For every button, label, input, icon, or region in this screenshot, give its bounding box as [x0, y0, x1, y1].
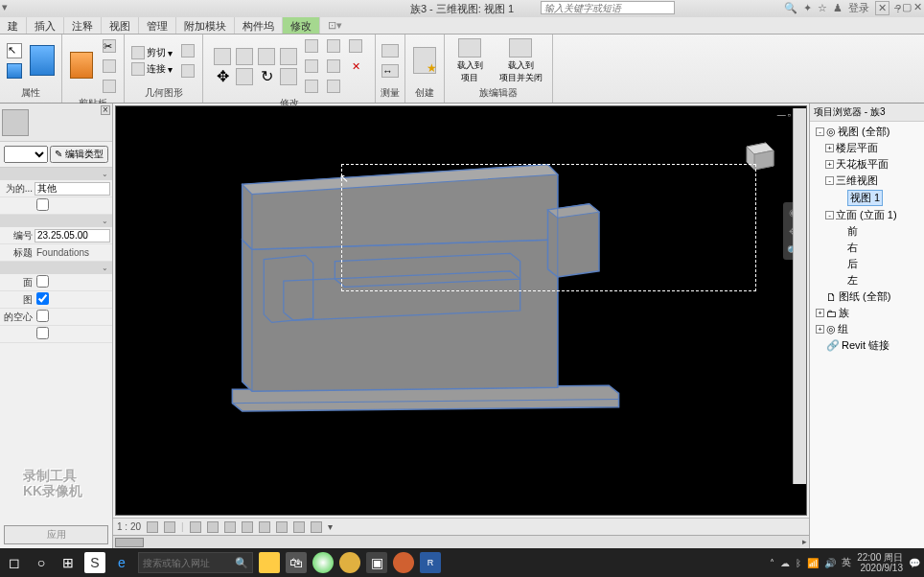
cope-button[interactable] [177, 41, 198, 60]
sun-path-icon[interactable] [190, 521, 201, 533]
app-icon-3[interactable]: ▣ [366, 552, 387, 573]
copy-mod-button[interactable] [234, 67, 255, 86]
cut-geometry-button[interactable]: 剪切▾ [128, 45, 175, 60]
mirror-draw-button[interactable] [278, 47, 299, 66]
tree-revit-links[interactable]: 🔗Revit 链接 [812, 337, 922, 354]
tab-modify[interactable]: 修改 [283, 17, 320, 34]
properties-icon[interactable] [4, 61, 25, 81]
start-button[interactable]: ◻ [4, 552, 25, 573]
move-button[interactable]: ✥ [212, 67, 233, 86]
prop-input-number[interactable] [35, 229, 110, 242]
dimension-button[interactable]: ↔ [380, 61, 401, 81]
lock-3d-icon[interactable] [259, 521, 270, 533]
app-icon-1[interactable]: S [84, 552, 105, 573]
favorite-icon[interactable]: ☆ [818, 2, 827, 14]
mirror-axis-button[interactable] [256, 47, 277, 66]
properties-close-button[interactable]: × [101, 105, 110, 115]
exchange-icon[interactable]: ✕ [875, 1, 889, 15]
scale-label[interactable]: 1 : 20 [117, 521, 141, 532]
search-go-icon[interactable]: 🔍 [784, 2, 797, 14]
modify-icon[interactable]: ↖ [4, 41, 25, 60]
cortana-icon[interactable]: ○ [31, 552, 52, 573]
tray-volume-icon[interactable]: 🔊 [824, 558, 836, 568]
props-group-3[interactable]: ⌄ [0, 262, 112, 274]
split-button[interactable] [301, 36, 322, 56]
tab-annotate[interactable]: 注释 [64, 17, 102, 34]
rotate-button[interactable]: ↻ [256, 67, 277, 86]
prop-check-view[interactable] [36, 292, 49, 305]
pin-button[interactable] [301, 57, 322, 76]
extend-button[interactable] [301, 77, 322, 96]
prop-check-plane[interactable] [36, 275, 49, 288]
task-view-icon[interactable]: ⊞ [58, 552, 79, 573]
apply-button[interactable]: 应用 [4, 525, 108, 544]
explorer-icon[interactable] [259, 552, 280, 573]
qat-save-icon[interactable]: ▾ [2, 1, 8, 13]
unpin-button[interactable] [323, 57, 344, 76]
minimize-button[interactable]: – [894, 1, 900, 13]
tree-groups[interactable]: +◎组 [812, 321, 922, 337]
tree-3d-views[interactable]: -三维视图 [812, 173, 922, 189]
crop-icon[interactable] [224, 521, 236, 533]
taskbar-clock[interactable]: 22:00 周日 2020/9/13 [857, 552, 903, 573]
offset-button[interactable] [234, 47, 255, 66]
user-icon[interactable]: ♟ [833, 2, 843, 14]
tree-views-root[interactable]: -◎视图 (全部) [812, 124, 922, 140]
tree-elev-front[interactable]: 前 [812, 223, 922, 240]
tab-expand[interactable]: ⊡▾ [320, 17, 350, 34]
temp-hide-icon[interactable] [276, 521, 288, 533]
tray-wifi-icon[interactable]: 📶 [807, 558, 819, 568]
props-group-1[interactable]: ⌄ [0, 168, 112, 180]
app-icon-4[interactable] [393, 552, 414, 573]
shadows-icon[interactable] [207, 521, 219, 533]
tab-view[interactable]: 视图 [102, 17, 139, 34]
search-input[interactable] [541, 1, 675, 14]
reveal-icon[interactable] [293, 521, 305, 533]
prop-check-void[interactable] [36, 310, 49, 322]
tray-ime[interactable]: 英 [842, 556, 851, 569]
tab-insert[interactable]: 插入 [27, 17, 64, 34]
cut-button[interactable]: ✂ [99, 36, 120, 56]
taskbar-search-icon[interactable]: 🔍 [231, 557, 252, 569]
maximize-button[interactable]: ▢ [902, 1, 912, 13]
props-group-2[interactable]: ⌄ [0, 215, 112, 227]
taskbar-search-input[interactable] [139, 558, 231, 568]
tree-ceiling-plans[interactable]: +天花板平面 [812, 156, 922, 173]
analytical-icon[interactable] [311, 521, 322, 533]
tab-goujianwu[interactable]: 构件坞 [235, 17, 283, 34]
status-dropdown-icon[interactable]: ▾ [328, 521, 333, 532]
login-link[interactable]: 登录 [848, 1, 869, 15]
match-button[interactable] [99, 77, 120, 96]
communicate-icon[interactable]: ✦ [803, 2, 812, 14]
chrome-icon[interactable] [312, 552, 334, 573]
notification-icon[interactable]: 💬 [909, 558, 920, 568]
tree-view-1[interactable]: 视图 1 [812, 189, 922, 207]
tree-elev-right[interactable]: 右 [812, 240, 922, 256]
split-face-button[interactable] [177, 61, 198, 81]
tree-sheets[interactable]: 🗋图纸 (全部) [812, 288, 922, 305]
crop-region-icon[interactable] [242, 521, 253, 533]
join-geometry-button[interactable]: 连接▾ [128, 61, 175, 77]
array-button[interactable] [323, 36, 344, 56]
store-icon[interactable]: 🛍 [286, 552, 307, 573]
tree-elev-left[interactable]: 左 [812, 272, 922, 288]
tray-cloud-icon[interactable]: ☁ [780, 558, 790, 568]
load-into-project-close-button[interactable]: 载入到 项目并关闭 [493, 38, 548, 84]
tab-manage[interactable]: 管理 [139, 17, 176, 34]
type-properties-button[interactable] [27, 38, 58, 84]
viewport-3d[interactable]: — ▫ ✕ ◉ ✥ 🔍 [115, 105, 807, 516]
corner-button[interactable] [323, 77, 344, 96]
type-selector[interactable] [4, 146, 48, 163]
prop-check-blank[interactable] [36, 198, 49, 211]
delete-button[interactable]: ✕ [345, 57, 366, 76]
tree-families[interactable]: +🗀族 [812, 305, 922, 321]
prop-check-last[interactable] [36, 327, 49, 339]
tree-elev-back[interactable]: 后 [812, 256, 922, 272]
close-button[interactable]: ✕ [913, 1, 922, 13]
prop-input-usefor[interactable] [35, 182, 110, 196]
visual-style-icon[interactable] [164, 521, 175, 533]
trim-button[interactable] [278, 67, 299, 86]
tray-bluetooth-icon[interactable]: ᛒ [796, 558, 801, 568]
tree-elevations[interactable]: -立面 (立面 1) [812, 207, 922, 223]
taskbar-search[interactable]: 🔍 [138, 552, 253, 573]
